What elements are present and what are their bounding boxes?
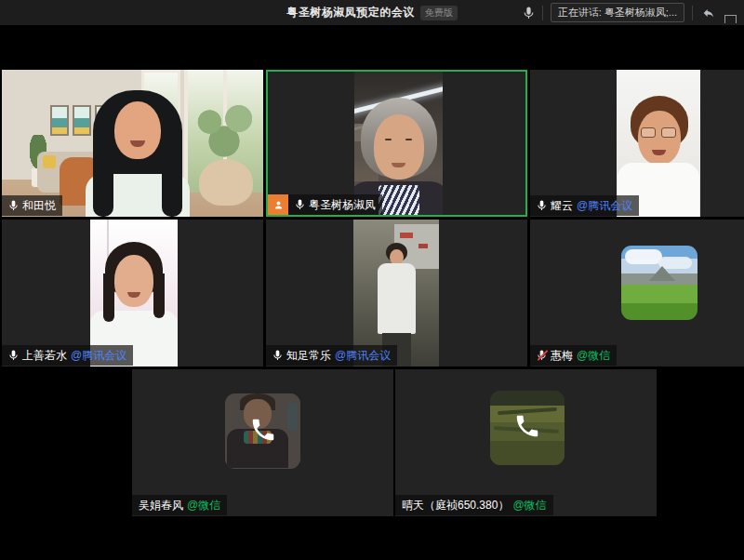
title-bar: 粤圣树杨淑凤预定的会议 免费版 正在讲话: 粤圣树杨淑凤;...: [0, 0, 744, 25]
participant-name: 上善若水: [22, 348, 67, 364]
microphone-icon[interactable]: [523, 6, 535, 20]
platform-suffix: @腾讯会议: [577, 198, 632, 214]
video-tile[interactable]: 晴天（庭祯650.380）@微信: [395, 369, 657, 516]
name-label: 吴娟春风@微信: [132, 495, 227, 515]
restore-arrow-icon[interactable]: [700, 6, 717, 20]
floating-window-corner: [724, 15, 737, 23]
meeting-title: 粤圣树杨淑凤预定的会议: [286, 5, 415, 20]
participant-name: 粤圣树杨淑凤: [309, 197, 376, 213]
mic-on-icon: [8, 199, 19, 212]
participant-avatar: [225, 393, 300, 469]
platform-suffix: @微信: [187, 498, 220, 513]
name-label: 晴天（庭祯650.380）@微信: [395, 495, 553, 515]
phone-call-icon: [249, 416, 277, 447]
video-tile[interactable]: 耀云@腾讯会议: [530, 70, 744, 217]
separator: [692, 6, 693, 20]
video-tile[interactable]: 知足常乐@腾讯会议: [266, 220, 527, 367]
name-label: 上善若水@腾讯会议: [2, 345, 133, 366]
name-label: 惠梅@微信: [530, 345, 617, 366]
mic-muted-icon: [537, 349, 547, 362]
mic-on-icon: [537, 199, 547, 212]
video-tile[interactable]: 和田悦: [2, 70, 263, 217]
host-badge-icon: [268, 194, 288, 215]
mic-on-icon: [272, 349, 283, 362]
participant-name: 晴天（庭祯650.380）: [402, 498, 509, 513]
video-tile[interactable]: 惠梅@微信: [530, 220, 744, 367]
name-label: 耀云@腾讯会议: [530, 195, 639, 216]
video-tile-active-speaker[interactable]: 粤圣树杨淑凤: [266, 70, 527, 217]
platform-suffix: @微信: [512, 498, 546, 513]
name-label: 粤圣树杨淑凤: [288, 194, 382, 215]
speaking-indicator: 正在讲话: 粤圣树杨淑凤;...: [551, 3, 684, 22]
plan-badge: 免费版: [420, 6, 458, 20]
phone-call-icon: [513, 412, 541, 444]
participant-name: 耀云: [551, 198, 573, 214]
platform-suffix: @腾讯会议: [71, 348, 126, 364]
participant-avatar: [490, 391, 565, 465]
video-tile[interactable]: 吴娟春风@微信: [132, 369, 393, 516]
mic-on-icon: [8, 349, 19, 362]
participant-name: 惠梅: [551, 348, 573, 364]
participant-avatar: [621, 246, 698, 320]
mic-on-icon: [295, 198, 305, 211]
name-label: 知足常乐@腾讯会议: [266, 345, 397, 366]
participant-name: 和田悦: [22, 198, 56, 214]
separator: [542, 6, 543, 20]
participant-name: 知足常乐: [286, 348, 331, 364]
name-label: 和田悦: [2, 195, 62, 216]
video-tile[interactable]: 上善若水@腾讯会议: [2, 220, 263, 367]
participant-name: 吴娟春风: [139, 498, 183, 513]
platform-suffix: @微信: [577, 348, 610, 364]
platform-suffix: @腾讯会议: [335, 348, 391, 364]
meeting-window: 粤圣树杨淑凤预定的会议 免费版 正在讲话: 粤圣树杨淑凤;...: [0, 0, 744, 560]
